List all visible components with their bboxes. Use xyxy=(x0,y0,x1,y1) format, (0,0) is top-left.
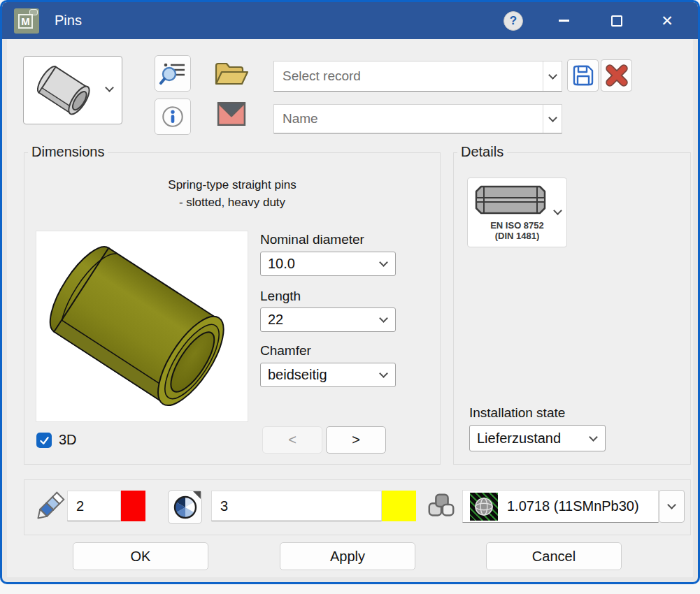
standard-name-line1: EN ISO 8752 xyxy=(468,221,566,231)
stacked-squares-icon xyxy=(426,491,457,521)
maximize-icon xyxy=(611,15,622,27)
check-icon xyxy=(38,435,50,447)
checkbox-3d[interactable] xyxy=(36,433,52,448)
chevron-down-icon xyxy=(379,258,388,267)
installation-state-dropdown-button[interactable] xyxy=(581,437,605,440)
close-button[interactable]: ✕ xyxy=(651,2,683,39)
pin-description-line2: - slotted, heavy duty xyxy=(24,196,440,210)
pin-type-dropdown[interactable] xyxy=(23,56,122,124)
delete-record-button[interactable] xyxy=(601,59,632,92)
group-button[interactable] xyxy=(425,490,457,522)
mail-button[interactable] xyxy=(216,101,247,127)
name-combobox[interactable] xyxy=(273,104,562,133)
pin-3d-icon xyxy=(32,64,102,117)
save-icon xyxy=(571,63,596,88)
chevron-down-icon xyxy=(548,113,557,122)
layer-number-input[interactable] xyxy=(211,491,382,521)
dimensions-group: Dimensions Spring-type straight pins - s… xyxy=(24,152,441,465)
next-size-button[interactable]: > xyxy=(326,426,386,454)
corner-marker-icon xyxy=(193,491,201,499)
select-record-input[interactable] xyxy=(274,61,543,91)
length-dropdown-button[interactable] xyxy=(371,318,395,321)
length-value: 22 xyxy=(268,312,283,328)
chevron-down-icon xyxy=(667,500,676,509)
nominal-diameter-combobox[interactable]: 10.0 xyxy=(260,252,396,276)
titlebar: M Pins ? ✕ xyxy=(2,2,698,39)
delete-x-icon xyxy=(603,62,630,89)
pen-color-swatch[interactable] xyxy=(121,491,145,521)
previous-size-button[interactable]: < xyxy=(262,426,322,454)
open-library-button[interactable] xyxy=(213,59,250,89)
pen-icon xyxy=(31,489,67,526)
search-list-icon xyxy=(159,59,187,87)
chevron-down-icon xyxy=(548,71,557,80)
pen-width-input[interactable] xyxy=(67,491,121,521)
help-button[interactable]: ? xyxy=(497,2,529,39)
folder-open-icon xyxy=(213,60,250,88)
details-group-label: Details xyxy=(457,144,507,160)
attributes-bar: 1.0718 (11SMnPb30) xyxy=(24,479,691,535)
material-texture-swatch xyxy=(470,493,498,521)
details-group: Details EN ISO 8752 (DIN 1481) Installat… xyxy=(453,152,691,465)
length-label: Length xyxy=(260,289,301,304)
nominal-diameter-label: Nominal diameter xyxy=(260,232,364,247)
standard-name: EN ISO 8752 (DIN 1481) xyxy=(468,221,566,241)
select-record-dropdown-button[interactable] xyxy=(543,61,562,91)
nominal-diameter-value: 10.0 xyxy=(268,256,295,272)
standard-name-line2: (DIN 1481) xyxy=(468,231,566,242)
chevron-down-icon xyxy=(379,314,388,323)
chamfer-label: Chamfer xyxy=(260,343,311,358)
name-dropdown-button[interactable] xyxy=(543,105,562,133)
dimensions-group-label: Dimensions xyxy=(28,144,108,160)
standard-dropdown[interactable]: EN ISO 8752 (DIN 1481) xyxy=(467,178,567,247)
app-icon: M xyxy=(14,8,39,34)
apply-button[interactable]: Apply xyxy=(280,542,415,570)
pin-3d-render xyxy=(36,231,248,421)
layer-color-swatch[interactable] xyxy=(382,491,416,521)
cancel-button[interactable]: Cancel xyxy=(486,542,622,570)
save-record-button[interactable] xyxy=(567,59,599,92)
envelope-icon xyxy=(217,101,246,127)
chamfer-dropdown-button[interactable] xyxy=(371,373,395,377)
minimize-icon xyxy=(559,20,569,22)
length-combobox[interactable]: 22 xyxy=(260,307,396,332)
app-icon-letter: M xyxy=(18,14,33,29)
info-icon xyxy=(159,103,186,130)
maximize-button[interactable] xyxy=(601,2,633,39)
material-combobox[interactable]: 1.0718 (11SMnPb30) xyxy=(462,490,659,523)
material-value: 1.0718 (11SMnPb30) xyxy=(507,498,639,514)
nominal-diameter-dropdown-button[interactable] xyxy=(371,262,395,266)
chevron-down-icon xyxy=(379,369,388,378)
installation-state-value: Lieferzustand xyxy=(477,430,561,447)
name-input[interactable] xyxy=(274,105,543,133)
chevron-down-icon xyxy=(553,206,562,215)
pin-description-line1: Spring-type straight pins xyxy=(24,178,440,192)
info-button[interactable] xyxy=(155,99,191,135)
pins-dialog: M Pins ? ✕ xyxy=(0,0,700,584)
installation-state-combobox[interactable]: Lieferzustand xyxy=(469,425,606,451)
layer-button[interactable] xyxy=(168,490,202,524)
material-dropdown-button[interactable] xyxy=(659,490,685,523)
minimize-button[interactable] xyxy=(548,2,580,39)
page-title: Pins xyxy=(55,2,82,39)
chevron-down-icon xyxy=(589,433,598,442)
chevron-down-icon xyxy=(105,83,114,92)
chamfer-combobox[interactable]: beidseitig xyxy=(260,363,396,387)
search-record-button[interactable] xyxy=(155,55,191,92)
pin-3d-preview xyxy=(36,231,248,422)
ok-button[interactable]: OK xyxy=(73,542,208,570)
help-icon: ? xyxy=(503,11,523,31)
close-icon: ✕ xyxy=(661,13,673,28)
checkbox-3d-label: 3D xyxy=(59,432,77,448)
installation-state-label: Installation state xyxy=(469,405,565,421)
select-record-combobox[interactable] xyxy=(273,61,562,92)
pin-side-view-icon xyxy=(473,184,548,215)
chamfer-value: beidseitig xyxy=(268,367,327,383)
globe-icon xyxy=(473,496,494,517)
